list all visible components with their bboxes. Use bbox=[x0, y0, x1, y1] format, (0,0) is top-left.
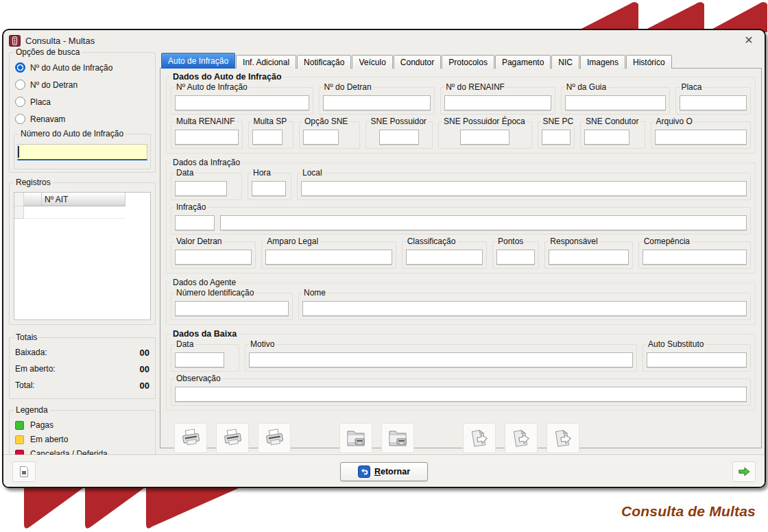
tab-historico[interactable]: Histórico bbox=[626, 55, 672, 69]
close-icon[interactable]: ✕ bbox=[739, 35, 759, 46]
folder-printer-icon bbox=[345, 428, 367, 448]
valor-detran-input[interactable] bbox=[175, 250, 252, 265]
grid-header-row: Nº AIT bbox=[14, 193, 150, 206]
total-baixada-row: Baixada: 00 bbox=[15, 348, 149, 358]
search-options-title: Opções de busca bbox=[14, 47, 82, 57]
radio-selected-icon[interactable] bbox=[15, 62, 25, 73]
total-label: Total: bbox=[15, 380, 35, 391]
field-n-auto-infracao: Nº Auto de Infração bbox=[171, 87, 313, 114]
infracao-descricao-input[interactable] bbox=[220, 215, 747, 230]
print-button-3[interactable] bbox=[258, 423, 291, 453]
field-responsavel: Responsável bbox=[544, 241, 632, 269]
infracao-codigo-input[interactable] bbox=[175, 215, 215, 230]
export-button-1[interactable] bbox=[463, 423, 496, 453]
field-local: Local bbox=[297, 173, 751, 200]
tab-nic[interactable]: NIC bbox=[551, 55, 579, 69]
classificacao-input[interactable] bbox=[406, 250, 483, 265]
window-title: Consulta - Multas bbox=[25, 36, 95, 46]
local-input[interactable] bbox=[301, 181, 747, 196]
hora-input[interactable] bbox=[252, 181, 286, 196]
observacao-input[interactable] bbox=[175, 387, 747, 402]
file-export-icon bbox=[468, 428, 490, 448]
radio-icon[interactable] bbox=[15, 80, 25, 90]
tab-protocolos[interactable]: Protocolos bbox=[442, 55, 494, 69]
responsavel-input[interactable] bbox=[549, 250, 628, 265]
registros-title: Registros bbox=[14, 178, 53, 187]
text-caret bbox=[18, 146, 19, 158]
field-data-infracao: Data bbox=[171, 173, 242, 200]
total-label: Baixada: bbox=[15, 348, 47, 358]
forward-button[interactable] bbox=[732, 461, 756, 482]
sne-possuidor-input[interactable] bbox=[379, 130, 419, 145]
sne-condutor-input[interactable] bbox=[584, 130, 629, 145]
n-auto-infracao-input[interactable] bbox=[175, 95, 309, 110]
print-folder-button-1[interactable] bbox=[339, 423, 372, 453]
field-amparo-legal: Amparo Legal bbox=[261, 241, 396, 269]
tab-notificacao[interactable]: Notificação bbox=[297, 55, 351, 69]
grid-empty-row[interactable] bbox=[14, 206, 150, 219]
sne-pc-input[interactable] bbox=[542, 130, 571, 145]
data-baixa-input[interactable] bbox=[175, 352, 224, 367]
n-guia-input[interactable] bbox=[565, 95, 667, 110]
radio-renavam[interactable]: Renavam bbox=[15, 114, 155, 124]
titlebar: Consulta - Multas ✕ bbox=[3, 30, 765, 49]
pontos-input[interactable] bbox=[496, 250, 535, 265]
export-button-2[interactable] bbox=[505, 423, 538, 453]
radio-placa[interactable]: Placa bbox=[15, 97, 155, 107]
tab-inf-adicional[interactable]: Inf. Adicional bbox=[236, 55, 296, 69]
export-button-3[interactable] bbox=[547, 423, 579, 453]
placa-input[interactable] bbox=[680, 95, 747, 110]
section-title: Dados do Agente bbox=[171, 278, 238, 287]
tab-pagamento[interactable]: Pagamento bbox=[495, 55, 551, 69]
field-comepencia: Comepência bbox=[638, 241, 751, 269]
grid-spacer-header bbox=[24, 193, 42, 206]
back-arrow-icon bbox=[358, 466, 370, 478]
multa-renainf-input[interactable] bbox=[175, 130, 239, 145]
print-button-2[interactable] bbox=[216, 423, 249, 453]
tab-veiculo[interactable]: Veículo bbox=[352, 55, 392, 69]
radio-n-detran[interactable]: Nº do Detran bbox=[15, 80, 155, 90]
legend-item-em-aberto: Em aberto bbox=[15, 435, 149, 444]
total-value: 00 bbox=[140, 364, 149, 374]
print-folder-button-2[interactable] bbox=[381, 423, 414, 453]
nome-agente-input[interactable] bbox=[302, 301, 747, 316]
numero-identificacao-input[interactable] bbox=[175, 301, 289, 316]
retornar-button[interactable]: Retornar bbox=[340, 462, 428, 481]
folder-printer-icon bbox=[387, 428, 409, 448]
grid-column-header[interactable]: Nº AIT bbox=[42, 193, 125, 206]
radio-icon[interactable] bbox=[15, 114, 25, 124]
data-infracao-input[interactable] bbox=[175, 181, 227, 196]
tab-imagens[interactable]: Imagens bbox=[580, 55, 625, 69]
arquivo-o-input[interactable] bbox=[655, 130, 747, 145]
total-em-aberto-row: Em aberto: 00 bbox=[15, 364, 149, 374]
field-sne-possuidor: SNE Possuidor bbox=[365, 121, 433, 149]
print-button-1[interactable] bbox=[174, 423, 207, 453]
field-multa-sp: Multa SP bbox=[248, 121, 294, 149]
sne-possuidor-epoca-input[interactable] bbox=[460, 130, 509, 145]
tab-condutor[interactable]: Condutor bbox=[394, 55, 441, 69]
comepencia-input[interactable] bbox=[643, 250, 747, 265]
n-renainf-input[interactable] bbox=[444, 95, 551, 110]
amparo-legal-input[interactable] bbox=[265, 250, 392, 265]
printer-icon bbox=[221, 428, 243, 448]
grid-row-selector[interactable] bbox=[14, 206, 24, 219]
auto-substituto-input[interactable] bbox=[647, 352, 747, 367]
search-options-group: Opções de busca Nº do Auto de Infração N… bbox=[9, 52, 156, 173]
report-page-button[interactable] bbox=[12, 461, 36, 482]
radio-n-auto-infracao[interactable]: Nº do Auto de Infração bbox=[15, 62, 155, 73]
section-title: Dados da Infração bbox=[171, 158, 242, 167]
opcao-sne-input[interactable] bbox=[303, 130, 339, 145]
auto-number-input[interactable] bbox=[17, 144, 147, 160]
file-export-icon bbox=[510, 428, 532, 448]
tab-auto-de-infracao[interactable]: Auto de Infração bbox=[161, 53, 235, 69]
section-dados-auto-infracao: Dados do Auto de Infração Nº Auto de Inf… bbox=[166, 77, 756, 154]
n-detran-input[interactable] bbox=[323, 95, 431, 110]
registros-group: Registros Nº AIT bbox=[9, 182, 156, 325]
motivo-input[interactable] bbox=[249, 352, 633, 367]
auto-number-group: Número do Auto de Infração bbox=[14, 134, 151, 169]
registros-grid[interactable]: Nº AIT bbox=[14, 192, 151, 320]
field-n-renainf: Nº do RENAINF bbox=[440, 87, 555, 114]
total-value: 00 bbox=[140, 380, 149, 391]
multa-sp-input[interactable] bbox=[252, 130, 283, 145]
radio-icon[interactable] bbox=[15, 97, 25, 107]
